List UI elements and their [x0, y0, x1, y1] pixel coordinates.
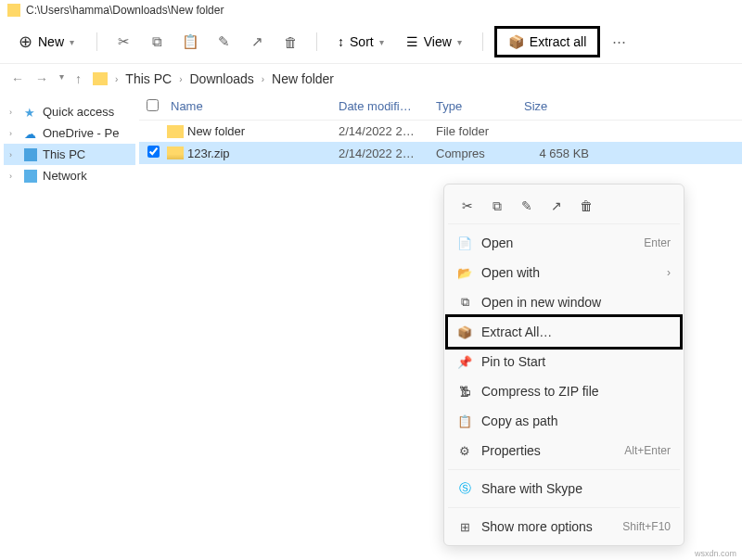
chevron-down-icon[interactable]: ▾: [59, 71, 64, 86]
sidebar-item-network[interactable]: › Network: [4, 165, 135, 186]
cm-open[interactable]: 📄 Open Enter: [448, 228, 680, 258]
cloud-icon: ☁: [24, 127, 37, 140]
chevron-right-icon: ›: [9, 150, 19, 159]
rename-icon[interactable]: ✎: [515, 194, 539, 218]
sidebar-item-quick-access[interactable]: › ★ Quick access: [4, 101, 135, 122]
titlebar: C:\Users\hamma\Downloads\New folder: [0, 0, 742, 20]
plus-icon: ⊕: [19, 32, 32, 52]
extract-label: Extract all: [530, 34, 586, 49]
separator: [482, 32, 483, 51]
row-date: 2/14/2022 2…: [339, 146, 436, 160]
view-button[interactable]: ☰ View ▾: [397, 29, 471, 55]
chevron-right-icon: ›: [115, 74, 118, 84]
sidebar-item-this-pc[interactable]: › This PC: [4, 144, 135, 165]
cm-copy-path[interactable]: 📋 Copy as path: [448, 406, 680, 436]
separator: [448, 507, 680, 508]
sidebar: › ★ Quick access › ☁ OneDrive - Pe › Thi…: [0, 94, 139, 552]
chevron-right-icon: ›: [262, 74, 264, 84]
monitor-icon: [24, 148, 37, 161]
cut-icon[interactable]: ✂: [455, 194, 480, 218]
context-menu-quick-icons: ✂ ⧉ ✎ ↗ 🗑: [448, 188, 680, 224]
extract-icon: 📦: [457, 325, 472, 339]
chevron-right-icon: ›: [9, 108, 19, 117]
delete-icon[interactable]: 🗑: [574, 194, 598, 218]
breadcrumb-item[interactable]: This PC: [125, 71, 172, 86]
watermark: wsxdn.com: [695, 549, 736, 558]
separator: [448, 469, 680, 470]
file-row[interactable]: New folder 2/14/2022 2… File folder: [139, 121, 742, 142]
extract-all-highlight: 📦 Extract All…: [445, 314, 683, 350]
cm-open-new-window[interactable]: ⧉ Open in new window: [448, 287, 680, 317]
compress-icon: 🗜: [457, 384, 472, 399]
column-checkbox[interactable]: [139, 99, 167, 114]
row-type: File folder: [436, 124, 524, 138]
folder-icon: [7, 4, 20, 17]
cm-open-with[interactable]: 📂 Open with ›: [448, 258, 680, 287]
sidebar-item-onedrive[interactable]: › ☁ OneDrive - Pe: [4, 122, 135, 144]
cm-extract-all[interactable]: 📦 Extract All…: [448, 317, 680, 347]
sort-button[interactable]: ↕ Sort ▾: [328, 29, 393, 55]
sort-icon: ↕: [338, 34, 344, 49]
copy-icon[interactable]: ⧉: [485, 194, 509, 218]
chevron-right-icon: ›: [9, 172, 19, 181]
network-icon: [24, 170, 37, 183]
cm-share-skype[interactable]: Ⓢ Share with Skype: [448, 474, 680, 503]
copy-path-icon: 📋: [457, 414, 472, 428]
extract-icon: 📦: [508, 34, 524, 49]
properties-icon: ⚙: [457, 443, 472, 458]
breadcrumb[interactable]: › This PC › Downloads › New folder: [93, 71, 334, 86]
star-icon: ★: [24, 106, 37, 119]
forward-button[interactable]: →: [35, 71, 48, 86]
paste-icon[interactable]: 📋: [175, 27, 205, 57]
context-menu: ✂ ⧉ ✎ ↗ 🗑 📄 Open Enter 📂 Open with › ⧉ O…: [443, 184, 684, 546]
new-window-icon: ⧉: [457, 295, 472, 310]
extract-all-button[interactable]: 📦 Extract all: [505, 32, 590, 51]
column-name[interactable]: Name: [167, 99, 339, 114]
column-headers: Name Date modifi… Type Size: [139, 94, 742, 121]
row-name: New folder: [167, 124, 339, 138]
up-button[interactable]: ↑: [75, 71, 82, 86]
chevron-down-icon: ▾: [70, 37, 74, 47]
file-row[interactable]: 123r.zip 2/14/2022 2… Compres 4 658 KB: [139, 142, 742, 164]
sidebar-item-label: Quick access: [43, 105, 114, 119]
row-name: 123r.zip: [167, 146, 339, 160]
navbar: ← → ▾ ↑ › This PC › Downloads › New fold…: [0, 64, 742, 94]
chevron-right-icon: ›: [179, 74, 182, 84]
sort-label: Sort: [350, 34, 374, 49]
sidebar-item-label: This PC: [43, 147, 85, 161]
column-size[interactable]: Size: [524, 99, 598, 114]
cm-pin-start[interactable]: 📌 Pin to Start: [448, 347, 680, 376]
rename-icon[interactable]: ✎: [209, 27, 238, 57]
extract-all-highlight: 📦 Extract all: [494, 26, 600, 57]
column-type[interactable]: Type: [436, 99, 524, 114]
cm-properties[interactable]: ⚙ Properties Alt+Enter: [448, 436, 680, 465]
open-icon: 📄: [457, 235, 472, 250]
back-button[interactable]: ←: [11, 71, 24, 86]
more-icon[interactable]: ⋯: [604, 27, 633, 57]
breadcrumb-item[interactable]: New folder: [272, 71, 334, 86]
cm-compress-zip[interactable]: 🗜 Compress to ZIP file: [448, 376, 680, 406]
window-path: C:\Users\hamma\Downloads\New folder: [26, 4, 224, 17]
separator: [96, 32, 97, 51]
row-type: Compres: [436, 146, 524, 160]
share-icon[interactable]: ↗: [242, 27, 272, 57]
pin-icon: 📌: [457, 354, 472, 369]
breadcrumb-item[interactable]: Downloads: [189, 71, 253, 86]
cut-icon[interactable]: ✂: [109, 27, 138, 57]
separator: [316, 32, 317, 51]
delete-icon[interactable]: 🗑: [275, 27, 305, 57]
column-date[interactable]: Date modifi…: [339, 99, 436, 114]
chevron-down-icon: ▾: [457, 37, 462, 47]
cm-more-options[interactable]: ⊞ Show more options Shift+F10: [448, 512, 680, 541]
view-icon: ☰: [406, 34, 418, 49]
copy-icon[interactable]: ⧉: [142, 27, 172, 57]
chevron-down-icon: ▾: [379, 37, 384, 47]
sidebar-item-label: OneDrive - Pe: [43, 126, 119, 140]
zip-icon: [167, 146, 184, 159]
view-label: View: [424, 34, 452, 49]
row-checkbox[interactable]: [139, 146, 167, 160]
more-options-icon: ⊞: [457, 519, 472, 534]
nav-arrows: ← → ▾ ↑: [11, 71, 82, 86]
new-button[interactable]: ⊕ New ▾: [7, 26, 85, 57]
share-icon[interactable]: ↗: [544, 194, 569, 218]
